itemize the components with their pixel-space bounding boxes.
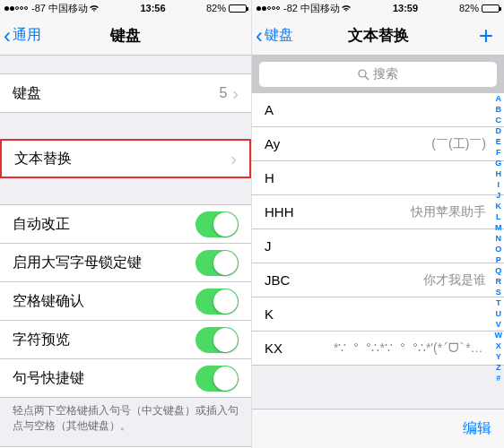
list-item[interactable]: J <box>252 229 504 263</box>
period-shortcut-note: 轻点两下空格键插入句号（中文键盘）或插入句点与空格（其他键盘）。 <box>0 397 251 446</box>
index-letter[interactable]: J <box>495 190 503 201</box>
settings-keyboard-screen: -87 中国移动 13:56 82% ‹通用 键盘 键盘 5› 文本替换 › 自… <box>0 0 252 448</box>
index-letter[interactable]: X <box>495 340 503 351</box>
index-letter[interactable]: E <box>495 136 503 147</box>
nav-title: 键盘 <box>110 25 141 46</box>
index-letter[interactable]: D <box>495 125 503 136</box>
shortcut-key: J <box>265 238 272 254</box>
list-item[interactable]: JBC你才我是谁 <box>252 263 504 297</box>
auto-correct-row: 自动改正 <box>0 204 251 244</box>
nav-title: 文本替换 <box>348 25 409 46</box>
status-battery: 82% <box>459 3 500 13</box>
auto-correct-toggle[interactable] <box>196 211 239 237</box>
shortcut-key: H <box>265 170 274 185</box>
list-item[interactable]: A <box>252 93 504 127</box>
status-bar: -82 中国移动 13:59 82% <box>252 0 504 16</box>
search-input[interactable]: 搜索 <box>259 62 497 87</box>
index-letter[interactable]: Z <box>495 362 503 373</box>
shortcut-key: K <box>265 306 274 322</box>
search-placeholder: 搜索 <box>373 66 398 82</box>
caps-lock-toggle[interactable] <box>196 250 239 276</box>
shortcut-key: KX <box>265 340 282 356</box>
list-item[interactable]: H <box>252 161 504 195</box>
index-letter[interactable]: Q <box>495 265 503 276</box>
space-confirm-label: 空格键确认 <box>13 292 84 311</box>
status-bar: -87 中国移动 13:56 82% <box>0 0 251 16</box>
shortcut-value: 你才我是谁 <box>423 272 486 289</box>
index-letter[interactable]: A <box>495 93 503 104</box>
signal-carrier: -87 中国移动 <box>4 2 100 15</box>
index-letter[interactable]: T <box>495 297 503 308</box>
list-item[interactable]: HHH快用苹果助手 <box>252 195 504 229</box>
caps-lock-row: 启用大写字母锁定键 <box>0 243 251 282</box>
chevron-right-icon: › <box>230 149 237 169</box>
status-time: 13:59 <box>393 3 418 13</box>
space-confirm-toggle[interactable] <box>196 289 239 314</box>
section-index[interactable]: ABCDEFGHIJKLMNOPQRSTUVWXYZ# <box>495 93 503 383</box>
index-letter[interactable]: C <box>495 115 503 125</box>
index-letter[interactable]: V <box>495 319 503 330</box>
period-shortcut-label: 句号快捷键 <box>13 369 84 388</box>
add-button[interactable]: + <box>479 22 493 50</box>
char-preview-toggle[interactable] <box>196 327 239 353</box>
period-shortcut-toggle[interactable] <box>196 366 239 392</box>
shortcut-key: JBC <box>265 272 290 288</box>
bottom-toolbar: 编辑 <box>252 409 504 448</box>
shortcut-key: A <box>265 102 274 117</box>
search-bar-container: 搜索 <box>252 56 504 93</box>
index-letter[interactable]: L <box>495 211 503 222</box>
keyboards-count: 5 <box>219 85 227 101</box>
shortcut-key: Ay <box>265 136 280 151</box>
chevron-left-icon: ‹ <box>4 23 11 48</box>
shortcut-value: (￣(工)￣) <box>431 136 486 152</box>
space-confirm-row: 空格键确认 <box>0 281 251 321</box>
char-preview-row: 字符预览 <box>0 320 251 359</box>
caps-lock-label: 启用大写字母锁定键 <box>13 254 142 272</box>
index-letter[interactable]: I <box>495 179 503 190</box>
index-letter[interactable]: G <box>495 158 503 168</box>
text-replacement-row[interactable]: 文本替换 › <box>0 139 251 178</box>
index-letter[interactable]: S <box>495 287 503 297</box>
list-item[interactable]: K <box>252 297 504 332</box>
shortcut-key: HHH <box>265 204 294 220</box>
index-letter[interactable]: M <box>495 222 503 233</box>
index-letter[interactable]: K <box>495 201 503 211</box>
index-letter[interactable]: P <box>495 254 503 265</box>
status-time: 13:56 <box>140 3 165 13</box>
text-replacement-label: 文本替换 <box>14 150 72 168</box>
index-letter[interactable]: B <box>495 104 503 115</box>
back-button[interactable]: ‹通用 <box>0 23 41 48</box>
index-letter[interactable]: O <box>495 244 503 254</box>
char-preview-label: 字符预览 <box>13 331 70 349</box>
chevron-left-icon: ‹ <box>256 23 263 48</box>
index-letter[interactable]: H <box>495 168 503 179</box>
wifi-icon <box>341 4 352 13</box>
svg-line-1 <box>365 76 369 80</box>
nav-bar: ‹键盘 文本替换 + <box>252 16 504 56</box>
status-battery: 82% <box>206 3 247 13</box>
back-button[interactable]: ‹键盘 <box>252 23 293 48</box>
nav-bar: ‹通用 键盘 <box>0 16 251 56</box>
index-letter[interactable]: W <box>495 330 503 340</box>
list-item[interactable]: KX*∵︒︒∴*∵︒︒∴*'(*ˊᗜˋ*)'*∴︒︒∵*∴︒︒∵* <box>252 332 504 366</box>
period-shortcut-row: 句号快捷键 <box>0 358 251 398</box>
keyboards-label: 键盘 <box>13 84 41 103</box>
signal-carrier: -82 中国移动 <box>256 2 352 15</box>
keyboards-row[interactable]: 键盘 5› <box>0 73 251 113</box>
edit-button[interactable]: 编辑 <box>463 419 491 438</box>
shortcut-value: *∵︒︒∴*∵︒︒∴*'(*ˊᗜˋ*)'*∴︒︒∵*∴︒︒∵* <box>334 340 486 356</box>
index-letter[interactable]: F <box>495 147 503 158</box>
auto-correct-label: 自动改正 <box>13 215 70 234</box>
index-letter[interactable]: U <box>495 308 503 319</box>
replacement-list[interactable]: AAy(￣(工)￣)HHHH快用苹果助手JJBC你才我是谁KKX*∵︒︒∴*∵︒… <box>252 93 504 366</box>
search-icon <box>358 69 369 81</box>
index-letter[interactable]: Y <box>495 351 503 362</box>
index-letter[interactable]: R <box>495 276 503 287</box>
shortcut-value: 快用苹果助手 <box>411 204 486 220</box>
list-item[interactable]: Ay(￣(工)￣) <box>252 127 504 161</box>
index-letter[interactable]: N <box>495 233 503 244</box>
wifi-icon <box>89 4 100 13</box>
chevron-right-icon: › <box>232 83 239 104</box>
svg-point-0 <box>359 70 366 77</box>
index-letter[interactable]: # <box>495 373 503 383</box>
